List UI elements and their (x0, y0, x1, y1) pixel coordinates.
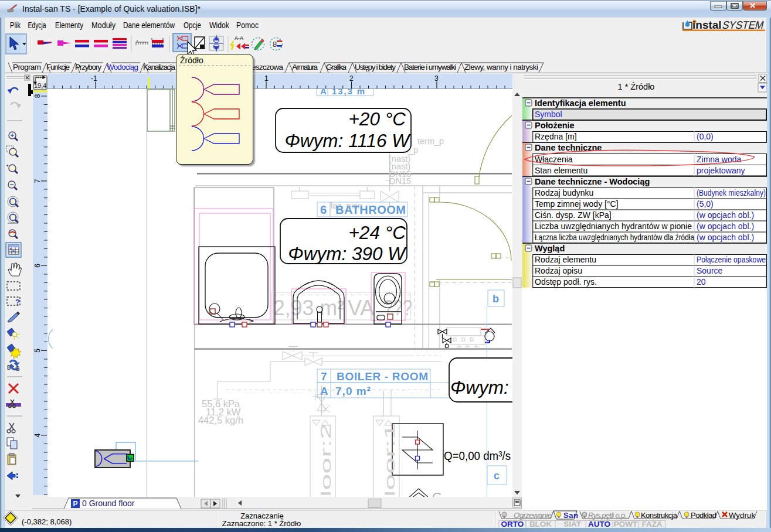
svg-text:Kanalizacja: Kanalizacja (143, 63, 175, 71)
svg-text:VA: VA (348, 296, 374, 320)
svg-text:Program: Program (13, 63, 41, 71)
svg-text:Odstęp podł. rys.: Odstęp podł. rys. (535, 277, 597, 287)
svg-text:Ciśn. dysp. ZW [kPa]: Ciśn. dysp. ZW [kPa] (535, 210, 612, 220)
svg-text:POWT: POWT (614, 520, 638, 528)
svg-text:Rodzaj elementu: Rodzaj elementu (535, 255, 596, 264)
svg-text:20: 20 (697, 277, 706, 287)
svg-text:Położenie: Położenie (535, 121, 575, 130)
svg-text:Wodociąg: Wodociąg (107, 63, 138, 71)
svg-text:Pomoc: Pomoc (236, 21, 259, 30)
svg-text:Source: Source (697, 266, 723, 275)
svg-text:Grafika: Grafika (326, 63, 347, 71)
svg-text:(w opcjach obl.): (w opcjach obl.) (697, 221, 754, 231)
svg-text:Φwym:: Φwym: (450, 377, 509, 398)
svg-text:Symbol: Symbol (535, 110, 562, 119)
svg-text:D: D (7, 364, 11, 371)
svg-text:Konstrukcja: Konstrukcja (641, 511, 678, 520)
svg-text:8: 8 (33, 94, 42, 98)
svg-text:6: 6 (33, 264, 42, 268)
svg-text:G: G (15, 366, 20, 372)
svg-text:2: 2 (349, 74, 354, 83)
svg-text:BLOK: BLOK (529, 520, 552, 528)
svg-text:Ustępy i bidety: Ustępy i bidety (355, 63, 396, 71)
svg-text:A: A (320, 385, 328, 397)
svg-text:Opcje: Opcje (184, 21, 201, 30)
svg-text:Dane elementów: Dane elementów (123, 21, 175, 30)
svg-text:(5,0): (5,0) (697, 199, 714, 209)
svg-text:3: 3 (434, 74, 439, 83)
svg-text:Φwym: 390 W: Φwym: 390 W (288, 243, 407, 264)
svg-text:Zlewy, wanny i natryski: Zlewy, wanny i natryski (464, 63, 538, 71)
svg-text:Rzędna [m]: Rzędna [m] (535, 132, 577, 141)
svg-text:DN15: DN15 (389, 176, 411, 186)
svg-text:Moduły: Moduły (91, 21, 116, 30)
svg-text:Wydruk: Wydruk (729, 511, 756, 520)
svg-text:(0,0): (0,0) (697, 132, 714, 141)
svg-text:6: 6 (320, 203, 327, 216)
svg-text:Rodzaj opisu: Rodzaj opisu (535, 266, 582, 275)
svg-text:Rodzaj budynku: Rodzaj budynku (535, 188, 593, 197)
svg-text:c: c (494, 470, 500, 482)
svg-text:13,3 m: 13,3 m (332, 89, 365, 96)
svg-text:+20 °C: +20 °C (348, 108, 406, 129)
svg-text:442,5 kg/h: 442,5 kg/h (198, 415, 243, 425)
svg-text:SYSTEM: SYSTEM (721, 19, 765, 31)
svg-text:Funkcje: Funkcje (46, 63, 70, 71)
svg-text:Temp zimnej wody [°C]: Temp zimnej wody [°C] (535, 199, 619, 209)
svg-text:8: 8 (273, 40, 277, 49)
svg-text:b: b (493, 293, 499, 305)
svg-text:-1: -1 (91, 74, 97, 83)
svg-text:19,4: 19,4 (34, 82, 46, 89)
svg-text:Rys.pętli o.p.: Rys.pętli o.p. (588, 511, 627, 520)
svg-text:A-A: A-A (235, 35, 243, 41)
svg-text:San: San (563, 511, 578, 520)
svg-text:P: P (73, 500, 78, 508)
svg-text:Łączna liczba uwzględnianych h: Łączna liczba uwzględnianych hydrantów d… (535, 233, 694, 242)
svg-text:Połączenie opaskowe: Połączenie opaskowe (697, 255, 766, 264)
svg-text:Podkład: Podkład (691, 511, 716, 520)
svg-text:Liczba uwzględnianych hydrantó: Liczba uwzględnianych hydrantów w pionie (535, 221, 692, 231)
svg-text:2,93 m²: 2,93 m² (273, 296, 344, 320)
svg-text:?: ? (15, 298, 20, 306)
svg-text:Plik: Plik (10, 21, 21, 30)
svg-text:G: G (432, 490, 442, 497)
svg-text:Edycja: Edycja (28, 21, 46, 30)
svg-text:Zaznaczone: 1 * Źródło: Zaznaczone: 1 * Źródło (222, 519, 301, 528)
svg-text:floor:1: floor:1 (382, 423, 398, 497)
svg-text:(Budynek mieszkalny): (Budynek mieszkalny) (697, 188, 766, 197)
svg-text:Dane techniczne - Wodociąg: Dane techniczne - Wodociąg (535, 177, 650, 186)
svg-text:Q=0,00 dm³/s: Q=0,00 dm³/s (444, 449, 511, 462)
svg-text:(w opcjach obl.): (w opcjach obl.) (697, 210, 754, 220)
svg-text:Φwym: 1116 W: Φwym: 1116 W (285, 130, 412, 151)
svg-text:Ogrzewanie: Ogrzewanie (514, 511, 552, 520)
svg-text:5: 5 (33, 349, 42, 353)
svg-text:SIAT: SIAT (563, 520, 582, 528)
svg-text:0 Ground floor: 0 Ground floor (82, 499, 135, 508)
svg-text:BOILER - ROOM: BOILER - ROOM (337, 370, 428, 383)
svg-text:Przybory: Przybory (75, 63, 101, 71)
svg-text:7: 7 (33, 179, 42, 183)
svg-text:7,0 m²: 7,0 m² (335, 385, 371, 397)
svg-text:Wygląd: Wygląd (535, 244, 565, 253)
svg-text:A: A (320, 89, 327, 96)
svg-text:eszczowa: eszczowa (252, 63, 283, 71)
svg-text:instal: instal (692, 19, 722, 31)
svg-text:term_p: term_p (417, 137, 444, 146)
svg-text:1: 1 (264, 74, 269, 83)
svg-text:Zimna woda: Zimna woda (697, 155, 741, 164)
svg-text:FAZA: FAZA (641, 520, 662, 528)
svg-text:Armatura: Armatura (292, 63, 318, 71)
svg-text:AUTO: AUTO (588, 520, 610, 528)
svg-text:(w opcjach obl.): (w opcjach obl.) (697, 233, 754, 242)
svg-text:Elementy: Elementy (55, 21, 83, 30)
svg-text:Baterie i umywalki: Baterie i umywalki (404, 63, 456, 71)
svg-text:floor:2: floor:2 (318, 423, 334, 497)
svg-text:7: 7 (321, 370, 327, 383)
svg-text:+24 °C: +24 °C (348, 222, 406, 243)
svg-text:BATHROOM: BATHROOM (335, 203, 406, 216)
svg-text:Stan elementu: Stan elementu (535, 166, 587, 175)
svg-text:4: 4 (33, 433, 42, 437)
svg-text:ORTO: ORTO (501, 520, 524, 528)
svg-text:Widok: Widok (209, 21, 230, 30)
svg-text:projektowany: projektowany (697, 166, 745, 175)
